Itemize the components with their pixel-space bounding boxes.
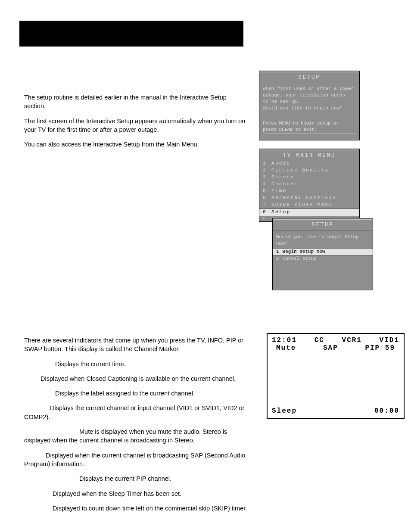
marker-pip: PIP 59	[365, 344, 395, 352]
desc-time: Displays the current time.	[24, 360, 248, 368]
marker-time: 12:01	[272, 336, 297, 344]
marker-vid: VID1	[380, 336, 399, 344]
page-header-banner	[19, 21, 243, 47]
marker-sleep: Sleep	[272, 407, 297, 415]
intro-para-1: The setup routine is detailed earlier in…	[24, 93, 248, 111]
channel-intro: There are several indicators that come u…	[24, 336, 248, 354]
osd-setup-initial: SETUP When first used or after a power o…	[259, 71, 360, 140]
desc-cc: Displayed when Closed Captioning is avai…	[24, 374, 248, 383]
setup-prompt-line: Would you like to begin Setup	[276, 234, 369, 240]
desc-skip: Displayed to count down time left on the…	[24, 504, 248, 513]
channel-marker-text: There are several indicators that come u…	[24, 336, 248, 519]
desc-label: Displays the label assigned to the curre…	[24, 389, 248, 398]
setup-prompt-line: now?	[276, 240, 369, 247]
intro-para-2: The first screen of the Interactive Setu…	[24, 117, 248, 134]
marker-vcr: VCR1	[342, 336, 362, 344]
marker-mute: Mute	[276, 344, 296, 352]
setup-msg-line: Would you like to begin now?	[263, 105, 356, 112]
desc-mute-stereo: Mute is displayed when you mute the audi…	[24, 427, 248, 445]
setup-msg-line: When first used or after a power	[263, 86, 356, 92]
desc-sap: Displayed when the current channel is br…	[24, 451, 248, 469]
setup-instruction-line: press CLEAR to exit.	[263, 127, 356, 133]
menu-item-parental-controls[interactable]: 6Parental Controls	[259, 195, 359, 202]
marker-cc: CC	[314, 336, 324, 344]
setup-intro-text: The setup routine is detailed earlier in…	[24, 93, 248, 155]
marker-countdown: 00:00	[374, 407, 399, 415]
setup-instruction-line: Press MENU to begin setup or	[263, 120, 356, 126]
desc-pip: Displays the current PIP channel.	[24, 474, 248, 483]
menu-item-picture-quality[interactable]: 2Picture Quality	[259, 167, 359, 174]
menu-item-channel[interactable]: 4Channel	[259, 181, 359, 188]
menu-item-guide-plus[interactable]: 7GUIDE Plus+ Menu	[259, 202, 359, 208]
setup-confirm-title: SETUP	[273, 221, 373, 229]
setup-msg-line: outage, your television needs	[263, 92, 356, 99]
setup-option-begin[interactable]: 1Begin setup now	[273, 249, 373, 255]
marker-sap: SAP	[323, 344, 338, 352]
setup-option-cancel[interactable]: 2Cancel setup	[273, 255, 373, 262]
intro-para-3: You can also access the Interactive Setu…	[24, 140, 248, 149]
main-menu-title: TV MAIN MENU	[259, 151, 359, 160]
menu-item-setup[interactable]: 8Setup	[259, 209, 359, 216]
menu-item-time[interactable]: 5Time	[259, 188, 359, 195]
desc-channel: Displays the current channel or input ch…	[24, 404, 248, 421]
menu-item-audio[interactable]: 1Audio	[259, 160, 359, 167]
menu-item-screen[interactable]: 3Screen	[259, 174, 359, 181]
osd-tv-main-menu: TV MAIN MENU 1Audio 2Picture Quality 3Sc…	[259, 149, 360, 222]
osd-setup-confirm: SETUP Would you like to begin Setup now?…	[272, 218, 373, 290]
osd-setup-title: SETUP	[259, 73, 359, 82]
desc-sleep: Displayed when the Sleep Timer has been …	[24, 489, 248, 498]
channel-marker-display: 12:01 CC VCR1 VID1 Mute SAP PIP 59 Sleep…	[267, 333, 405, 419]
setup-msg-line: to be set up.	[263, 99, 356, 105]
